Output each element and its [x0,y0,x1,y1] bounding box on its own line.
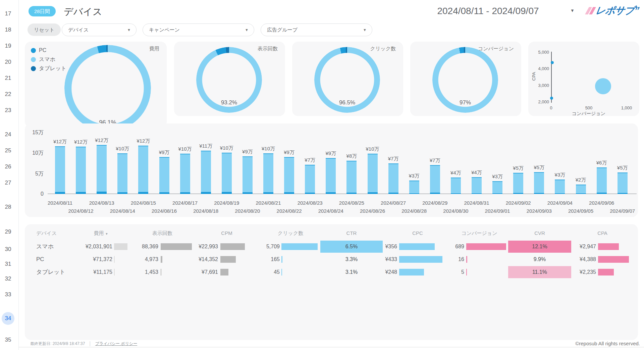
table-header-device[interactable]: デバイス [36,230,57,237]
x-axis-date-label: 2024/08/15 [121,200,165,206]
bar-segment-pc [284,192,294,194]
cell-value-conversions: 16 [390,253,464,266]
x-axis-date-label: 2024/08/11 [38,200,82,206]
data-bar-clicks [281,256,282,263]
bar-segment-smartphone [138,146,148,192]
table-row-PC: PC¥71,3724,973¥14,3521653.3%¥433169.9%¥4… [25,253,638,266]
sidebar-page-22[interactable]: 22 [1,88,15,101]
daily-cost-bar[interactable] [76,147,86,194]
sidebar-page-35[interactable]: 35 [1,334,15,346]
daily-cost-bar[interactable] [513,173,523,194]
table-header-cpa[interactable]: CPA [569,230,636,236]
table-header-impressions[interactable]: 表示回数 [129,230,196,237]
bar-segment-smartphone [305,165,315,193]
x-axis-date-label: 2024/08/30 [434,208,478,214]
sidebar-page-31[interactable]: 31 [1,258,15,270]
daily-cost-bar[interactable] [159,157,169,194]
cell-value-cpa: ¥2,235 [522,266,596,279]
sidebar-page-19[interactable]: 19 [1,40,15,52]
bar-segment-smartphone [618,173,628,193]
scatter-point-スマホ[interactable] [595,78,611,94]
bar-segment-pc [76,192,86,194]
cell-value-cpa: ¥4,388 [522,253,596,266]
daily-cost-bar[interactable] [284,157,294,194]
daily-cost-bar[interactable] [117,153,127,194]
sidebar-page-32[interactable]: 32 [1,272,15,285]
reset-button[interactable]: リセット [28,23,61,36]
sidebar-page-34[interactable]: 34 [2,312,14,325]
sidebar-page-30[interactable]: 30 [1,243,15,256]
bar-segment-smartphone [243,157,253,192]
scatter-point-タブレット[interactable] [550,97,553,100]
table-header-cpc[interactable]: CPC [384,230,451,236]
x-axis-date-label: 2024/08/24 [309,208,353,214]
bar-segment-pc [263,192,273,194]
bar-segment-smartphone [201,151,211,192]
bar-value-label: ¥10万 [107,146,138,152]
daily-cost-bar[interactable] [263,153,273,194]
daily-cost-bar[interactable] [555,180,565,194]
sidebar-page-17[interactable]: 17 [1,7,15,20]
daily-cost-bar[interactable] [346,161,357,194]
bar-segment-pc [201,192,211,194]
sidebar-page-23[interactable]: 23 [1,104,15,117]
privacy-policy-link[interactable]: プライバシー ポリシー [95,341,138,346]
sidebar-page-25[interactable]: 25 [1,144,15,157]
table-header-cost[interactable]: 費用▼ [67,230,135,237]
daily-cost-bar[interactable] [368,154,378,194]
daily-cost-bar[interactable] [388,163,398,194]
conversions-donut-card: コンバージョン 97% [410,42,521,116]
bar-segment-pc [138,192,148,194]
table-header-cvr[interactable]: CVR [506,230,573,236]
daily-cost-bar[interactable] [472,177,482,194]
daily-cost-bar[interactable] [409,181,419,194]
daily-cost-bar[interactable] [201,151,211,194]
sidebar-page-18[interactable]: 18 [1,23,15,36]
table-header-clicks[interactable]: クリック数 [257,230,324,237]
cost-donut-chart[interactable] [64,45,151,132]
daily-cost-bar[interactable] [97,145,107,194]
sidebar-page-21[interactable]: 21 [1,72,15,85]
daily-cost-bar[interactable] [430,165,440,194]
scatter-x-tick: 500 [579,105,599,110]
sidebar-page-33[interactable]: 33 [1,288,15,301]
dropdown-selected-value: 広告グループ [267,24,298,36]
sidebar-page-27[interactable]: 27 [1,177,15,189]
sidebar-page-24[interactable]: 24 [1,128,15,141]
x-axis-date-label: 2024/08/16 [143,208,186,214]
table-header-cpm[interactable]: CPM [193,230,260,236]
daily-cost-bar[interactable] [451,178,461,194]
scatter-x-tick: 0 [541,105,561,110]
daily-cost-bar[interactable] [243,156,253,194]
sidebar-page-29[interactable]: 29 [1,226,15,238]
daily-cost-bar[interactable] [180,154,190,194]
table-header-ctr[interactable]: CTR [318,230,385,236]
clicks-donut-card: クリック数 96.5% [292,42,403,116]
sidebar-page-26[interactable]: 26 [1,160,15,173]
date-range-picker[interactable]: 2024/08/11 - 2024/09/07 [413,6,564,16]
sidebar-page-20[interactable]: 20 [1,56,15,68]
daily-cost-bar[interactable] [305,165,315,194]
chevron-down-icon[interactable]: ▼ [570,8,575,13]
daily-cost-bar[interactable] [618,172,628,194]
filter-dropdown-campaign[interactable]: キャンペーン▼ [143,23,254,36]
daily-cost-bar[interactable] [597,167,607,194]
bar-segment-smartphone [597,168,607,193]
daily-cost-bar[interactable] [138,146,148,194]
daily-cost-bar[interactable] [534,172,544,194]
daily-cost-bar[interactable] [492,181,502,194]
daily-cost-bar[interactable] [326,158,336,194]
table-header-conversions[interactable]: コンバージョン [446,230,513,237]
x-axis-date-label: 2024/08/13 [80,200,123,206]
filter-dropdown-device[interactable]: デバイス▼ [62,23,137,36]
filter-dropdown-ad-group[interactable]: 広告グループ▼ [261,23,372,36]
daily-cost-bar[interactable] [576,185,586,194]
sidebar-page-28[interactable]: 28 [1,201,15,213]
bar-value-label: ¥7万 [420,157,450,164]
bar-segment-smartphone [430,166,440,193]
scatter-y-tick: 4,000 [531,66,549,71]
daily-cost-bar[interactable] [222,153,232,194]
daily-cost-bar[interactable] [55,146,65,194]
scatter-point-PC[interactable] [551,61,554,64]
bar-segment-pc [97,192,107,194]
